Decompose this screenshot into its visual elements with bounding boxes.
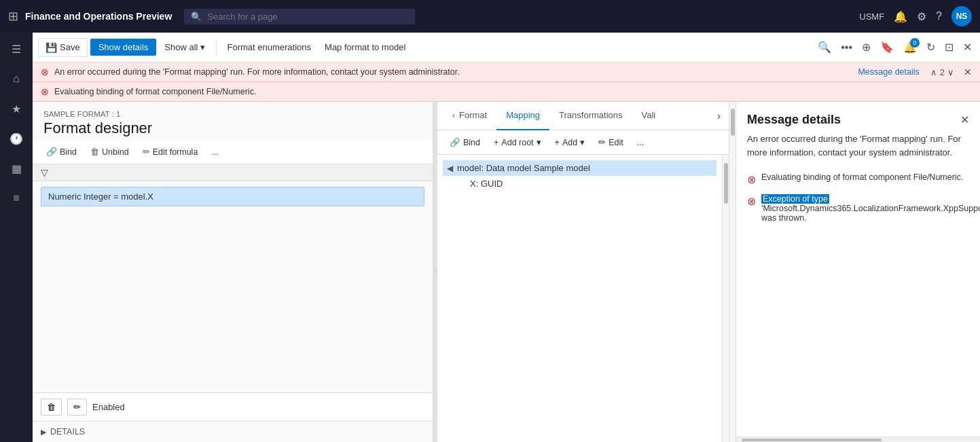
chevron-left-icon: ‹: [452, 111, 455, 120]
details-section[interactable]: ▶ DETAILS: [33, 421, 433, 442]
bind-button[interactable]: 🔗 Bind: [41, 144, 82, 160]
edit-right-button[interactable]: ✏ Edit: [593, 134, 629, 150]
app-title: Finance and Operations Preview: [25, 11, 172, 22]
add-root-button[interactable]: + Add root ▾: [488, 134, 547, 150]
msg-scrollbar-thumb[interactable]: [742, 439, 882, 441]
main-vscroll[interactable]: [729, 102, 736, 442]
right-content: ◀ model: Data model Sample model X: GUID: [437, 155, 722, 442]
open-icon[interactable]: ⊡: [942, 38, 956, 56]
toolbar-separator-1: [216, 39, 217, 56]
msg-details-body: An error occurred during the 'Format map…: [736, 132, 980, 167]
add-button[interactable]: + Add ▾: [549, 134, 591, 150]
model-root-item[interactable]: ◀ model: Data model Sample model: [443, 160, 716, 176]
more-left-button[interactable]: ...: [206, 145, 223, 160]
grid-icon[interactable]: ⊞: [8, 9, 18, 24]
tree-area: Numeric Integer = model.X: [33, 181, 433, 392]
bookmark-icon[interactable]: 🔖: [877, 38, 896, 56]
delete-item-button[interactable]: 🗑: [41, 399, 62, 416]
sidebar-recent-icon[interactable]: 🕐: [3, 125, 30, 152]
more-right-button[interactable]: ...: [632, 135, 649, 150]
main-layout: ☰ ⌂ ★ 🕐 ▦ ≡ 💾 Save Show details Show all…: [0, 33, 980, 442]
search-input[interactable]: [207, 12, 397, 22]
search-bar[interactable]: 🔍: [184, 9, 415, 24]
sidebar-workspace-icon[interactable]: ▦: [3, 155, 30, 182]
error-banner-2: ⊗ Evaluating binding of format component…: [33, 82, 980, 102]
right-bind-button[interactable]: 🔗 Bind: [444, 134, 486, 150]
avatar[interactable]: NS: [951, 6, 972, 26]
error-banner-1: ⊗ An error occurred during the 'Format m…: [33, 62, 980, 82]
error-highlight: Exception of type: [761, 194, 829, 204]
chevron-add-icon: ▾: [580, 137, 585, 147]
right-pencil-icon: ✏: [598, 137, 606, 147]
error-banner-2-text: Evaluating binding of format component F…: [54, 87, 256, 96]
right-panel: ‹ Format Mapping Transformations Vali › …: [437, 102, 729, 442]
sidebar-menu-icon[interactable]: ☰: [3, 35, 30, 62]
expand-icon[interactable]: ◀: [447, 164, 453, 173]
refresh-icon[interactable]: ↻: [924, 38, 938, 56]
filter-icon[interactable]: ▽: [41, 167, 48, 178]
error-banner-1-close[interactable]: ✕: [964, 67, 972, 77]
error-banner-1-text: An error occurred during the 'Format map…: [54, 67, 460, 77]
bell-icon[interactable]: 🔔: [894, 10, 907, 23]
bottom-status: 🗑 ✏ Enabled: [33, 392, 433, 421]
tab-format[interactable]: ‹ Format: [443, 102, 496, 130]
pencil-icon: ✏: [143, 147, 150, 157]
help-icon[interactable]: ?: [936, 10, 942, 22]
model-child-item[interactable]: X: GUID: [443, 176, 716, 191]
show-all-button[interactable]: Show all ▾: [159, 39, 210, 56]
more-toolbar-icon[interactable]: •••: [838, 39, 855, 56]
msg-details-errors: ⊗ Evaluating binding of format component…: [736, 167, 980, 437]
msg-error-text-2: Exception of type 'Microsoft.Dynamics365…: [761, 194, 980, 223]
nav-up-icon[interactable]: ∧: [930, 67, 937, 77]
nav-down-icon[interactable]: ∨: [947, 67, 954, 77]
edit-formula-button[interactable]: ✏ Edit formula: [137, 144, 204, 160]
chevron-root-icon: ▾: [537, 137, 541, 147]
toolbar-right: 🔍 ••• ⊕ 🔖 🔔 0 ↻ ⊡ ✕: [815, 38, 975, 56]
main-toolbar: 💾 Save Show details Show all ▾ Format en…: [33, 33, 980, 62]
msg-details-header: Message details ✕: [736, 102, 980, 132]
search-toolbar-icon[interactable]: 🔍: [815, 38, 834, 56]
tree-item-1[interactable]: Numeric Integer = model.X: [41, 187, 424, 206]
msg-scrollbar[interactable]: [736, 437, 980, 442]
tab-transformations[interactable]: Transformations: [549, 102, 632, 130]
tabs-more-button[interactable]: ›: [714, 107, 723, 125]
message-details-link[interactable]: Message details: [858, 67, 919, 77]
save-button[interactable]: 💾 Save: [38, 38, 88, 57]
sidebar-home-icon[interactable]: ⌂: [3, 65, 30, 92]
sidebar: ☰ ⌂ ★ 🕐 ▦ ≡: [0, 33, 33, 442]
error-banners: ⊗ An error occurred during the 'Format m…: [33, 62, 980, 102]
show-details-button[interactable]: Show details: [90, 39, 157, 56]
right-link-icon: 🔗: [450, 137, 460, 147]
tab-mapping[interactable]: Mapping: [496, 102, 549, 130]
msg-error-item-1: ⊗ Evaluating binding of format component…: [747, 172, 969, 186]
right-vscroll[interactable]: [722, 155, 729, 442]
sidebar-module-icon[interactable]: ≡: [3, 185, 30, 212]
main-vscroll-thumb[interactable]: [731, 109, 735, 136]
error-icon-2: ⊗: [41, 86, 49, 97]
format-enumerations-button[interactable]: Format enumerations: [222, 39, 317, 56]
edit-item-button[interactable]: ✏: [67, 399, 87, 416]
right-panel-tabs: ‹ Format Mapping Transformations Vali ›: [437, 102, 729, 130]
tab-validation[interactable]: Vali: [632, 102, 665, 130]
settings-icon[interactable]: ⚙: [917, 10, 926, 23]
top-nav: ⊞ Finance and Operations Preview 🔍 USMF …: [0, 0, 980, 33]
model-root-label: model: Data model Sample model: [457, 163, 590, 173]
unbind-button[interactable]: 🗑 Unbind: [85, 144, 134, 160]
msg-details-body-text: An error occurred during the 'Format map…: [747, 132, 969, 159]
right-panel-toolbar: 🔗 Bind + Add root ▾ + Add ▾ ✏: [437, 130, 729, 155]
close-toolbar-icon[interactable]: ✕: [960, 38, 975, 56]
left-panel: SAMPLE FORMAT : 1 Format designer 🔗 Bind…: [33, 102, 433, 442]
map-format-button[interactable]: Map format to model: [319, 39, 411, 56]
sidebar-star-icon[interactable]: ★: [3, 95, 30, 122]
designer-area: SAMPLE FORMAT : 1 Format designer 🔗 Bind…: [33, 102, 980, 442]
msg-details-close-button[interactable]: ✕: [960, 113, 969, 126]
filter-bar: ▽: [33, 164, 433, 181]
plus-icon-2: +: [555, 138, 560, 147]
msg-error-text-1: Evaluating binding of format component F…: [761, 172, 963, 182]
share-icon[interactable]: ⊕: [859, 38, 873, 56]
vscroll-thumb[interactable]: [724, 163, 728, 204]
chevron-down-icon: ▾: [200, 42, 205, 52]
msg-error-icon-2: ⊗: [747, 195, 756, 208]
badge-button[interactable]: 🔔 0: [901, 38, 920, 56]
usmf-label: USMF: [859, 12, 884, 22]
